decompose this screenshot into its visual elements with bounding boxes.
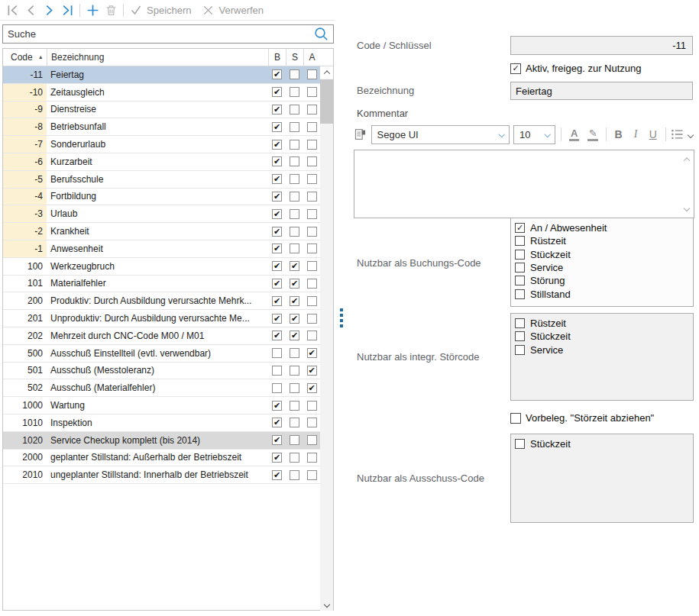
group-checkbox-row[interactable]: Stillstand bbox=[515, 287, 693, 300]
table-row[interactable]: -8Betriebsunfall bbox=[3, 118, 320, 136]
table-row[interactable]: 500Ausschuß Einstellteil (evtl. verwendb… bbox=[3, 345, 320, 363]
table-row[interactable]: 1020Service Checkup komplett (bis 2014) bbox=[3, 432, 320, 450]
table-row[interactable]: 2000geplanter Stillstand: Außerhalb der … bbox=[3, 450, 320, 467]
row-checkbox-a[interactable] bbox=[307, 87, 317, 97]
search-icon[interactable] bbox=[313, 26, 329, 42]
chevron-up-icon[interactable] bbox=[684, 157, 690, 163]
table-row[interactable]: 501Ausschuß (Messtoleranz) bbox=[3, 363, 320, 380]
row-checkbox-b[interactable] bbox=[272, 192, 282, 202]
name-field[interactable]: Feiertag bbox=[510, 82, 693, 100]
highlight-button[interactable]: ✎ bbox=[585, 128, 600, 141]
table-row[interactable]: 100Werkzeugbruch bbox=[3, 258, 320, 276]
row-checkbox-b[interactable] bbox=[272, 314, 282, 324]
panel-splitter[interactable] bbox=[337, 0, 346, 616]
group-checkbox[interactable] bbox=[515, 331, 525, 341]
table-row[interactable]: -5Berufsschule bbox=[3, 171, 320, 189]
save-button-label[interactable]: Speichern bbox=[147, 5, 192, 16]
row-checkbox-a[interactable] bbox=[307, 174, 317, 184]
table-row[interactable]: -7Sonderurlaub bbox=[3, 136, 320, 153]
group-checkbox-row[interactable]: Service bbox=[515, 261, 693, 274]
font-size-select[interactable]: 10 bbox=[513, 125, 555, 144]
row-checkbox-a[interactable] bbox=[307, 69, 317, 79]
discard-button[interactable] bbox=[199, 2, 218, 18]
row-checkbox-b[interactable] bbox=[272, 87, 282, 97]
table-row[interactable]: 502Ausschuß (Materialfehler) bbox=[3, 379, 320, 397]
row-checkbox-b[interactable] bbox=[272, 261, 282, 271]
more-options-button[interactable] bbox=[688, 129, 693, 140]
bullet-list-icon[interactable] bbox=[671, 128, 684, 140]
row-checkbox-a[interactable] bbox=[307, 470, 317, 480]
search-input[interactable]: Suche bbox=[2, 24, 334, 44]
row-checkbox-a[interactable] bbox=[307, 122, 317, 132]
row-checkbox-s[interactable] bbox=[290, 174, 299, 184]
row-checkbox-a[interactable] bbox=[307, 261, 317, 271]
table-row[interactable]: 200Produktiv: Durch Ausbildung verursach… bbox=[3, 292, 320, 310]
row-checkbox-b[interactable] bbox=[272, 243, 282, 253]
group-checkbox[interactable] bbox=[515, 289, 525, 299]
row-checkbox-s[interactable] bbox=[290, 140, 299, 150]
row-checkbox-a[interactable] bbox=[307, 296, 317, 306]
row-checkbox-b[interactable] bbox=[272, 348, 282, 358]
table-row[interactable]: -1Anwesenheit bbox=[3, 240, 320, 258]
bold-button[interactable]: B bbox=[612, 128, 626, 140]
row-checkbox-b[interactable] bbox=[272, 331, 282, 340]
active-checkbox-row[interactable]: Aktiv, freigeg. zur Nutzung bbox=[510, 63, 642, 74]
last-record-button[interactable] bbox=[58, 2, 76, 18]
row-checkbox-a[interactable] bbox=[307, 401, 317, 411]
row-checkbox-s[interactable] bbox=[290, 261, 299, 271]
active-checkbox[interactable] bbox=[510, 63, 521, 74]
row-checkbox-s[interactable] bbox=[290, 453, 299, 463]
row-checkbox-a[interactable] bbox=[307, 383, 317, 393]
font-name-select[interactable]: Segoe UI bbox=[371, 125, 510, 144]
row-checkbox-b[interactable] bbox=[272, 69, 282, 79]
group-checkbox[interactable] bbox=[515, 250, 525, 260]
vertical-scrollbar[interactable] bbox=[320, 66, 333, 611]
group-checkbox-row[interactable]: Stückzeit bbox=[515, 330, 693, 343]
row-checkbox-a[interactable] bbox=[307, 348, 317, 358]
row-checkbox-s[interactable] bbox=[290, 156, 299, 166]
first-record-button[interactable] bbox=[3, 2, 21, 18]
row-checkbox-b[interactable] bbox=[272, 453, 282, 463]
row-checkbox-a[interactable] bbox=[307, 366, 317, 376]
delete-record-button[interactable] bbox=[102, 2, 120, 18]
table-row[interactable]: 101Materialfehler bbox=[3, 276, 320, 293]
group-checkbox-row[interactable]: Störung bbox=[515, 274, 693, 287]
row-checkbox-s[interactable] bbox=[290, 383, 299, 393]
italic-button[interactable]: I bbox=[629, 128, 642, 140]
table-row[interactable]: 201Unproduktiv: Durch Ausbildung verursa… bbox=[3, 310, 320, 327]
font-color-button[interactable]: A bbox=[567, 128, 581, 141]
row-checkbox-b[interactable] bbox=[272, 122, 282, 132]
table-row[interactable]: 1000Wartung bbox=[3, 397, 320, 414]
vorbeleg-checkbox-row[interactable]: Vorbeleg. "Störzeit abziehen" bbox=[510, 412, 654, 424]
comment-textarea[interactable] bbox=[354, 150, 694, 218]
next-record-button[interactable] bbox=[40, 2, 58, 18]
splitter-grip-icon[interactable] bbox=[340, 308, 343, 327]
row-checkbox-b[interactable] bbox=[272, 156, 282, 166]
add-record-button[interactable] bbox=[83, 2, 102, 18]
row-checkbox-s[interactable] bbox=[290, 105, 299, 114]
column-header-code[interactable]: Code ▲ bbox=[3, 49, 47, 66]
row-checkbox-s[interactable] bbox=[290, 69, 299, 79]
scroll-up-button[interactable] bbox=[320, 66, 333, 79]
previous-record-button[interactable] bbox=[21, 2, 40, 18]
group-checkbox[interactable] bbox=[515, 439, 525, 449]
group-checkbox[interactable] bbox=[515, 223, 525, 233]
row-checkbox-b[interactable] bbox=[272, 401, 282, 411]
underline-button[interactable]: U bbox=[646, 128, 660, 140]
row-checkbox-b[interactable] bbox=[272, 174, 282, 184]
row-checkbox-a[interactable] bbox=[307, 243, 317, 253]
discard-button-label[interactable]: Verwerfen bbox=[219, 5, 264, 16]
row-checkbox-s[interactable] bbox=[290, 314, 299, 324]
row-checkbox-a[interactable] bbox=[307, 192, 317, 202]
group-checkbox[interactable] bbox=[515, 276, 525, 285]
table-row[interactable]: -11Feiertag bbox=[3, 66, 320, 84]
group-checkbox-row[interactable]: An / Abwesenheit bbox=[515, 221, 693, 234]
table-row[interactable]: 2010ungeplanter Stillstand: Innerhalb de… bbox=[3, 466, 320, 484]
row-checkbox-s[interactable] bbox=[290, 401, 299, 411]
row-checkbox-s[interactable] bbox=[290, 296, 299, 306]
table-row[interactable]: -2Krankheit bbox=[3, 223, 320, 240]
group-checkbox[interactable] bbox=[515, 318, 525, 328]
row-checkbox-a[interactable] bbox=[307, 140, 317, 150]
column-header-b[interactable]: B bbox=[268, 49, 286, 66]
vorbeleg-checkbox[interactable] bbox=[510, 413, 521, 424]
